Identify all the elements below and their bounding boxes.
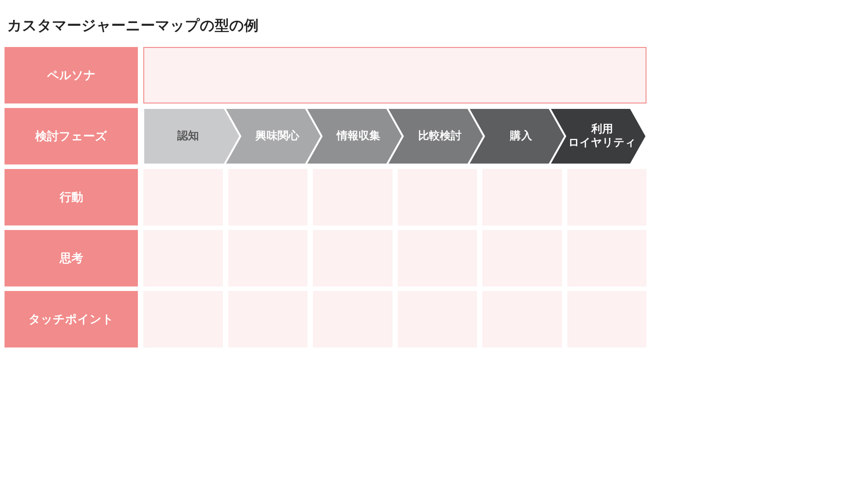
row-touchpoint: タッチポイント xyxy=(5,291,646,347)
touchpoint-cell xyxy=(228,291,308,347)
thought-cell xyxy=(567,230,647,286)
thought-cell xyxy=(398,230,477,286)
action-cell xyxy=(143,169,223,225)
persona-content-box xyxy=(143,47,646,103)
touchpoint-cell xyxy=(567,291,647,347)
phase-label: 興味関心 xyxy=(255,129,299,141)
action-cell xyxy=(228,169,308,225)
row-header-phase: 検討フェーズ xyxy=(5,108,138,164)
touchpoint-cell xyxy=(143,291,223,347)
row-action: 行動 xyxy=(5,169,646,225)
touchpoint-cell xyxy=(398,291,477,347)
thought-cell xyxy=(143,230,223,286)
thought-cell xyxy=(313,230,392,286)
action-cell xyxy=(567,169,647,225)
touchpoint-cell xyxy=(482,291,562,347)
page-title: カスタマージャーニーマップの型の例 xyxy=(7,16,646,36)
row-thought: 思考 xyxy=(5,230,646,286)
action-body xyxy=(143,169,646,225)
thought-cell xyxy=(482,230,562,286)
row-header-persona: ペルソナ xyxy=(5,47,138,103)
touchpoint-body xyxy=(143,291,646,347)
phase-arrows-svg: 認知興味関心情報収集比較検討購入利用ロイヤリティ xyxy=(143,108,646,164)
action-cell xyxy=(313,169,392,225)
action-cell xyxy=(398,169,477,225)
action-cell xyxy=(482,169,562,225)
row-header-action: 行動 xyxy=(5,169,138,225)
phase-label: 比較検討 xyxy=(418,129,462,141)
phase-label: 情報収集 xyxy=(336,129,380,141)
row-persona: ペルソナ xyxy=(5,47,646,103)
row-phase: 検討フェーズ 認知興味関心情報収集比較検討購入利用ロイヤリティ xyxy=(5,108,646,164)
thought-cell xyxy=(228,230,308,286)
thought-body xyxy=(143,230,646,286)
phase-body: 認知興味関心情報収集比較検討購入利用ロイヤリティ xyxy=(143,108,646,164)
phase-label: 認知 xyxy=(177,129,199,141)
touchpoint-cell xyxy=(313,291,392,347)
row-header-touchpoint: タッチポイント xyxy=(5,291,138,347)
row-header-thought: 思考 xyxy=(5,230,138,286)
journey-map: ペルソナ 検討フェーズ 認知興味関心情報収集比較検討購入利用ロイヤリティ 行動 … xyxy=(5,47,646,347)
phase-label: 購入 xyxy=(509,129,532,141)
persona-body xyxy=(143,47,646,103)
